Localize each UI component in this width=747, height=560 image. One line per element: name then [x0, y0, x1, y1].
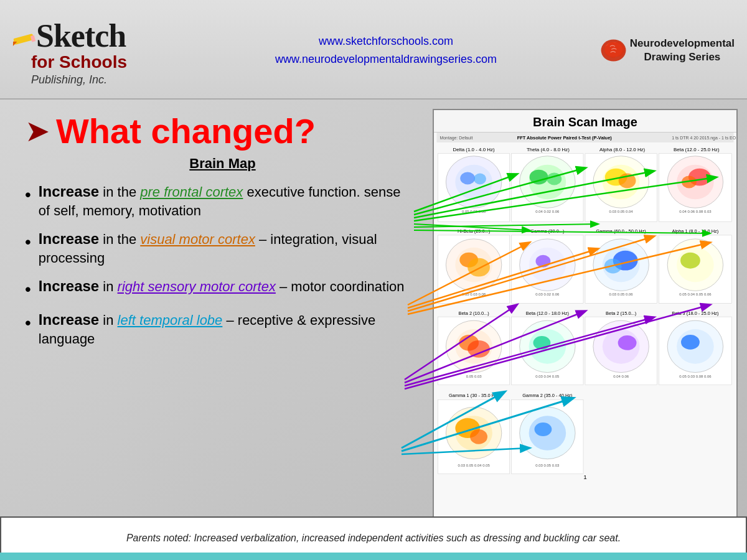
svg-text:0.03   0.04   0.05: 0.03 0.04 0.05: [535, 375, 560, 378]
svg-point-47: [467, 258, 490, 277]
svg-text:Hi-Beta (25.0...): Hi-Beta (25.0...): [458, 228, 491, 234]
main-content: ➤ What changed? Brain Map • Increase in …: [0, 100, 747, 548]
bullet-text-4: Increase in left temporal lobe – recepti…: [39, 310, 414, 348]
bullet-item-4: • Increase in left temporal lobe – recep…: [25, 310, 414, 348]
slide: Sketch for Schools Publishing, Inc. www.…: [0, 0, 747, 560]
bullet-item-2: • Increase in the visual motor cortex – …: [25, 229, 414, 268]
svg-text:Gamma 2 (35.0 - 40 Hz): Gamma 2 (35.0 - 40 Hz): [522, 393, 573, 398]
svg-point-78: [533, 336, 551, 350]
brain-icon: [598, 32, 630, 69]
bullet-item-3: • Increase in right sensory motor cortex…: [25, 276, 414, 301]
heading-section: ➤ What changed?: [25, 112, 414, 151]
bullet-dot-3: •: [25, 278, 31, 301]
svg-text:Delta (1.0 - 4.0 Hz): Delta (1.0 - 4.0 Hz): [453, 147, 495, 152]
svg-text:0.03   0.02   0.06: 0.03 0.02 0.06: [535, 292, 560, 296]
svg-point-88: [681, 335, 700, 350]
svg-point-83: [618, 335, 637, 350]
bold-increase-2: Increase: [39, 230, 99, 247]
left-panel: ➤ What changed? Brain Map • Increase in …: [0, 100, 433, 548]
bottom-teal-bar: [0, 553, 747, 560]
svg-text:0.04   0.02   0.06: 0.04 0.02 0.06: [535, 210, 560, 213]
bold-increase-1: Increase: [39, 183, 99, 200]
svg-text:Theta (4.0 - 8.0 Hz): Theta (4.0 - 8.0 Hz): [527, 147, 570, 152]
bullet-text-1: Increase in the pre frontal cortex execu…: [39, 182, 414, 220]
bullet-text-2: Increase in the visual motor cortex – in…: [39, 229, 414, 268]
svg-text:0.05   0.04   0.05   0.06: 0.05 0.04 0.05 0.06: [679, 292, 712, 296]
svg-point-73: [467, 340, 490, 358]
svg-point-52: [536, 255, 551, 268]
svg-text:Sketch: Sketch: [36, 18, 126, 54]
svg-text:0.03   0.05   0.04: 0.03 0.05 0.04: [609, 210, 634, 213]
bullet-item-1: • Increase in the pre frontal cortex exe…: [25, 182, 414, 220]
svg-point-37: [682, 176, 697, 189]
svg-text:FFT Absolute Power Paired t-Te: FFT Absolute Power Paired t-Test (P-Valu…: [517, 135, 613, 141]
svg-text:0.05   0.03: 0.05 0.03: [466, 375, 482, 378]
bullet-text-3: Increase in right sensory motor cortex –…: [39, 276, 414, 296]
svg-point-18: [460, 172, 475, 185]
logo-publishing: Publishing, Inc.: [31, 73, 107, 86]
svg-point-101: [535, 422, 552, 436]
right-sensory-link[interactable]: right sensory motor cortex: [118, 279, 276, 294]
svg-point-58: [604, 259, 622, 274]
bullet-dot-4: •: [25, 311, 31, 335]
svg-point-25: [547, 173, 561, 185]
svg-text:0.05   0.03   0.08: 0.05 0.03 0.08: [462, 210, 486, 213]
svg-point-63: [680, 253, 700, 269]
svg-text:Beta 2 (10.0...): Beta 2 (10.0...): [459, 310, 490, 316]
svg-text:1: 1: [583, 474, 587, 480]
bullet-list: • Increase in the pre frontal cortex exe…: [25, 182, 414, 348]
svg-text:Gamma (30.0...): Gamma (30.0...): [530, 228, 565, 234]
prefrontal-link[interactable]: pre frontal cortex: [140, 184, 243, 200]
brain-scan-image-area: Montage: Default FFT Absolute Power Pair…: [434, 133, 736, 528]
heading-arrow: ➤: [25, 116, 50, 146]
svg-point-96: [470, 429, 487, 444]
svg-point-31: [619, 174, 636, 189]
svg-point-24: [530, 170, 548, 185]
brain-map-title: Brain Map: [31, 156, 414, 172]
svg-text:0.05   0.03   0.08: 0.05 0.03 0.08: [462, 292, 486, 296]
svg-text:0.05   0.03   0.08   0.06: 0.05 0.03 0.08 0.06: [679, 375, 712, 378]
sketch-logo: Sketch: [12, 14, 149, 55]
svg-text:Beta (12.0 - 25.0 Hz): Beta (12.0 - 25.0 Hz): [674, 147, 720, 152]
svg-text:0.03   0.05   0.06: 0.03 0.05 0.06: [609, 292, 634, 296]
svg-text:0.03   0.05   0.04   0.05: 0.03 0.05 0.04 0.05: [458, 464, 490, 467]
svg-point-19: [474, 174, 486, 185]
svg-text:Gamma 1 (30 - 35.0 Hz): Gamma 1 (30 - 35.0 Hz): [449, 393, 499, 398]
svg-rect-0: [13, 34, 34, 45]
right-logo-section: Neurodevelopmental Drawing Series: [598, 32, 735, 69]
svg-text:Alpha (8.0 - 12.0 Hz): Alpha (8.0 - 12.0 Hz): [599, 147, 646, 152]
bold-increase-3: Increase: [39, 278, 99, 294]
header: Sketch for Schools Publishing, Inc. www.…: [0, 0, 747, 100]
svg-text:Beta 3 (18.0 - 25.0 Hz): Beta 3 (18.0 - 25.0 Hz): [672, 310, 719, 316]
svg-rect-2: [31, 35, 35, 42]
svg-text:Montage: Default: Montage: Default: [439, 136, 472, 141]
neuro-drawing-title: Neurodevelopmental Drawing Series: [630, 37, 735, 64]
right-panel: Brain Scan Image Montage: Default FFT Ab…: [433, 100, 747, 548]
left-temporal-link[interactable]: left temporal lobe: [118, 312, 223, 328]
logo-for-schools: for Schools: [31, 52, 127, 72]
center-urls: www.sketchforschools.com www.neurodevelo…: [174, 32, 598, 68]
brain-scan-svg: Montage: Default FFT Absolute Power Pair…: [434, 133, 736, 528]
brain-scan-title: Brain Scan Image: [434, 110, 736, 133]
bold-increase-4: Increase: [39, 311, 99, 328]
svg-text:1 ts DTR 4 20 2015.nga - 1 ts : 1 ts DTR 4 20 2015.nga - 1 ts EO 6 13 20…: [672, 136, 736, 141]
svg-text:0.03   0.05   0.03: 0.03 0.05 0.03: [535, 464, 560, 467]
svg-text:Beta (12.0 - 18.0 Hz): Beta (12.0 - 18.0 Hz): [526, 310, 570, 316]
visual-motor-link[interactable]: visual motor cortex: [140, 231, 255, 247]
svg-text:Beta 2 (15.0...): Beta 2 (15.0...): [606, 310, 637, 316]
brain-scan-container: Brain Scan Image Montage: Default FFT Ab…: [433, 109, 738, 532]
svg-point-17: [455, 165, 492, 200]
svg-text:0.04   0.06   0.08   0.03: 0.04 0.06 0.08 0.03: [679, 210, 712, 213]
bullet-dot-2: •: [25, 230, 31, 254]
url2-link[interactable]: www.neurodevelopmentaldrawingseries.com: [174, 50, 598, 68]
svg-text:Gamma (60.0 - 50.0 Hz): Gamma (60.0 - 50.0 Hz): [596, 228, 647, 234]
heading-text: What changed?: [56, 112, 316, 151]
bullet-dot-1: •: [25, 183, 31, 207]
logo-section: Sketch for Schools Publishing, Inc.: [12, 14, 174, 86]
url1-link[interactable]: www.sketchforschools.com: [174, 32, 598, 50]
svg-text:0.04   0.06: 0.04 0.06: [613, 375, 629, 378]
svg-text:Alpha 1 (8.0 - 10.0 Hz): Alpha 1 (8.0 - 10.0 Hz): [672, 228, 718, 234]
